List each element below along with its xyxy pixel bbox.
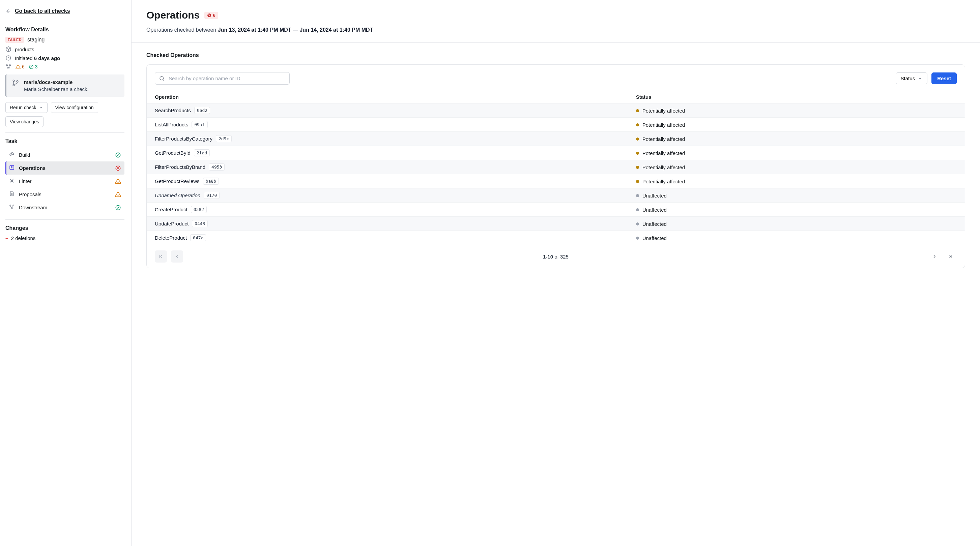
- table-row[interactable]: Unnamed Operation0170Unaffected: [147, 189, 965, 203]
- task-title: Task: [5, 138, 124, 144]
- svg-point-15: [118, 183, 118, 183]
- minus-icon: −: [5, 235, 8, 241]
- branch-desc: Maria Schreiber ran a check.: [24, 86, 89, 92]
- table-row[interactable]: FilterProductsByBrand4953Potentially aff…: [147, 160, 965, 174]
- proposals-icon: [9, 191, 15, 198]
- table-row[interactable]: GetProductById2fadPotentially affected: [147, 146, 965, 160]
- col-operation: Operation: [147, 90, 628, 103]
- table-row[interactable]: DeleteProduct047aUnaffected: [147, 231, 965, 245]
- title-error-badge: 6: [204, 12, 218, 19]
- operation-id-chip: 2d9c: [216, 135, 232, 142]
- svg-point-19: [13, 205, 14, 206]
- downstream-icon: [9, 204, 15, 211]
- linter-icon: [9, 178, 15, 185]
- task-item-label: Proposals: [19, 191, 111, 197]
- svg-point-17: [118, 195, 118, 196]
- table-row[interactable]: GetProductReviewsba8bPotentially affecte…: [147, 174, 965, 189]
- status-text: Potentially affected: [643, 179, 685, 184]
- task-list: BuildOperationsLinterProposalsDownstream: [5, 148, 124, 214]
- reset-button[interactable]: Reset: [931, 73, 957, 84]
- pager: 1-10 of 325: [147, 245, 965, 268]
- status-dot-icon: [636, 208, 639, 211]
- task-item-label: Linter: [19, 178, 111, 184]
- task-status-icon: [115, 178, 121, 184]
- clock-icon: [5, 55, 11, 61]
- pager-prev-button[interactable]: [171, 251, 183, 263]
- operation-id-chip: 2fad: [194, 149, 210, 156]
- changes-title: Changes: [5, 225, 124, 231]
- operation-name: SearchProducts: [155, 108, 191, 113]
- view-changes-button[interactable]: View changes: [5, 116, 43, 127]
- chevron-down-icon: [918, 76, 922, 81]
- table-row[interactable]: SearchProducts06d2Potentially affected: [147, 103, 965, 117]
- arrow-left-icon: [5, 8, 11, 14]
- view-configuration-button[interactable]: View configuration: [51, 102, 98, 113]
- status-dot-icon: [636, 138, 639, 141]
- status-dot-icon: [636, 109, 639, 112]
- environment-name: staging: [27, 37, 45, 43]
- task-item-downstream[interactable]: Downstream: [5, 201, 124, 214]
- task-item-build[interactable]: Build: [5, 148, 124, 162]
- search-input[interactable]: [155, 72, 290, 84]
- status-text: Potentially affected: [643, 150, 685, 156]
- table-row[interactable]: ListAllProducts09a1Potentially affected: [147, 117, 965, 132]
- operations-card: Status Reset Operation Status SearchProd…: [146, 64, 965, 268]
- operation-id-chip: ba8b: [203, 178, 219, 185]
- task-status-icon: [115, 205, 121, 211]
- ok-count: 3: [29, 64, 38, 70]
- counts-line: 6 3: [5, 64, 124, 70]
- status-text: Potentially affected: [643, 136, 685, 142]
- pager-last-button[interactable]: [945, 251, 957, 263]
- build-icon: [9, 151, 15, 159]
- status-text: Potentially affected: [643, 122, 685, 128]
- task-item-label: Build: [19, 152, 111, 158]
- pager-next-button[interactable]: [928, 251, 940, 263]
- workflow-status-row: FAILED staging: [5, 37, 124, 43]
- status-dot-icon: [636, 123, 639, 126]
- chevron-down-icon: [38, 105, 43, 110]
- table-row[interactable]: UpdateProduct0448Unaffected: [147, 217, 965, 231]
- changes-line: −2 deletions: [5, 235, 124, 241]
- operation-name: CreateProduct: [155, 206, 188, 212]
- task-item-label: Operations: [19, 165, 111, 171]
- pager-first-button[interactable]: [155, 251, 167, 263]
- branch-icon: [5, 64, 11, 70]
- svg-point-8: [13, 84, 14, 86]
- chevron-right-icon: [932, 254, 937, 259]
- status-text: Potentially affected: [643, 108, 685, 114]
- operation-id-chip: 4953: [209, 163, 224, 171]
- svg-point-7: [13, 80, 14, 82]
- status-badge-failed: FAILED: [5, 37, 24, 43]
- task-item-label: Downstream: [19, 205, 111, 210]
- search-icon: [159, 76, 165, 82]
- status-dot-icon: [636, 222, 639, 225]
- svg-point-2: [10, 65, 11, 66]
- table-row[interactable]: FilterProductsByCategory2d9cPotentially …: [147, 132, 965, 146]
- chevron-left-icon: [174, 254, 180, 259]
- warning-icon: [16, 64, 21, 70]
- pager-status: 1-10 of 325: [183, 254, 928, 260]
- date-range-subtitle: Operations checked between Jun 13, 2024 …: [146, 27, 965, 33]
- svg-point-9: [16, 81, 18, 82]
- workflow-details-title: Workflow Details: [5, 27, 124, 33]
- task-item-linter[interactable]: Linter: [5, 175, 124, 188]
- operation-id-chip: 047a: [190, 234, 206, 241]
- svg-point-18: [10, 205, 11, 206]
- cube-icon: [5, 46, 11, 52]
- check-circle-icon: [29, 64, 34, 70]
- task-item-operations[interactable]: Operations: [5, 162, 124, 175]
- operation-name: FilterProductsByBrand: [155, 164, 205, 170]
- operation-name: DeleteProduct: [155, 235, 187, 241]
- status-filter-button[interactable]: Status: [896, 73, 928, 84]
- task-status-icon: [115, 191, 121, 197]
- task-item-proposals[interactable]: Proposals: [5, 188, 124, 201]
- status-text: Unaffected: [643, 221, 667, 227]
- git-branch-icon: [12, 79, 19, 87]
- operation-name: Unnamed Operation: [155, 192, 200, 198]
- status-dot-icon: [636, 194, 639, 197]
- back-link[interactable]: Go back to all checks: [5, 8, 124, 14]
- status-dot-icon: [636, 166, 639, 169]
- status-dot-icon: [636, 180, 639, 183]
- table-row[interactable]: CreateProduct0382Unaffected: [147, 203, 965, 217]
- rerun-check-button[interactable]: Rerun check: [5, 102, 48, 113]
